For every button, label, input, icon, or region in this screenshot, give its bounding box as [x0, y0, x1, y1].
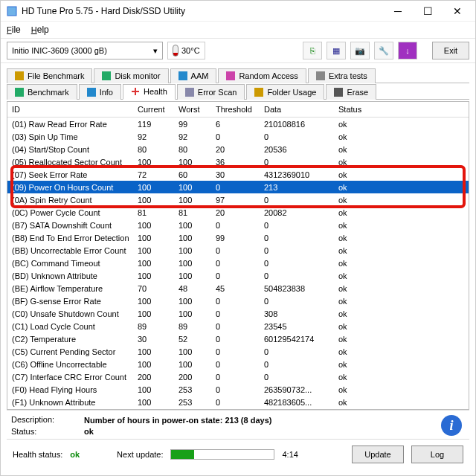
- table-row[interactable]: (BF) G-sense Error Rate10010000ok: [7, 295, 469, 307]
- cell: 92: [138, 132, 178, 141]
- table-row[interactable]: (09) Power On Hours Count1001000213ok: [7, 181, 469, 193]
- table-row[interactable]: (C1) Load Cycle Count8989023545ok: [7, 320, 469, 332]
- table-row[interactable]: (F1) Unknown Attribute1002530482183605..…: [7, 396, 469, 408]
- tab-info[interactable]: Info: [79, 84, 121, 100]
- cell: 100: [138, 271, 178, 280]
- cell: 100: [138, 309, 178, 318]
- cell: 100: [178, 246, 216, 255]
- col-id[interactable]: ID: [7, 105, 138, 114]
- cell: 0: [216, 373, 264, 382]
- cell: 200: [178, 373, 216, 382]
- settings-button[interactable]: 🔧: [374, 42, 393, 60]
- table-row[interactable]: (BB) Uncorrectable Error Count10010000ok: [7, 244, 469, 257]
- copy-button[interactable]: ⎘: [303, 42, 322, 60]
- grid-body[interactable]: (01) Raw Read Error Rate119996210108816o…: [7, 118, 469, 409]
- table-row[interactable]: (04) Start/Stop Count80802020536ok: [7, 143, 469, 155]
- tab-label: Info: [100, 88, 113, 97]
- table-row[interactable]: (C0) Unsafe Shutdown Count1001000308ok: [7, 307, 469, 320]
- table-row[interactable]: (B7) SATA Downshift Count10010000ok: [7, 219, 469, 231]
- tab-health[interactable]: Health: [123, 84, 176, 100]
- table-row[interactable]: (BE) Airflow Temperature704845504823838o…: [7, 282, 469, 295]
- maximize-button[interactable]: ☐: [413, 1, 443, 22]
- tab-label: Disk monitor: [115, 71, 160, 80]
- tab-aam[interactable]: AAM: [170, 68, 217, 83]
- tab-error-scan[interactable]: Error Scan: [177, 84, 245, 100]
- cell: (07) Seek Error Rate: [7, 170, 138, 179]
- table-row[interactable]: (03) Spin Up Time929200ok: [7, 130, 469, 143]
- tab-folder-usage[interactable]: Folder Usage: [246, 84, 324, 100]
- tab-label: Folder Usage: [267, 88, 316, 97]
- info-icon[interactable]: i: [441, 415, 462, 436]
- tab-disk-monitor[interactable]: Disk monitor: [94, 68, 168, 83]
- menu-help[interactable]: Help: [31, 25, 49, 35]
- col-threshold[interactable]: Threshold: [216, 105, 264, 114]
- camera-button[interactable]: 📷: [350, 42, 370, 60]
- minimize-button[interactable]: ─: [383, 1, 413, 22]
- random-access-icon: [226, 71, 235, 80]
- update-button[interactable]: Update: [352, 446, 404, 463]
- tabs: File BenchmarkDisk monitorAAMRandom Acce…: [1, 63, 475, 101]
- cell: 20082: [264, 208, 338, 217]
- cell: 0: [216, 259, 264, 268]
- camera-icon: 📷: [355, 46, 365, 56]
- error-scan-icon: [185, 88, 194, 97]
- cell: ok: [338, 309, 383, 318]
- cell: 89: [178, 322, 216, 331]
- cell: (0A) Spin Retry Count: [7, 196, 138, 205]
- tab-benchmark[interactable]: Benchmark: [7, 84, 77, 100]
- cell: 0: [216, 132, 264, 141]
- close-button[interactable]: ✕: [443, 1, 472, 22]
- window-title: HD Tune Pro 5.75 - Hard Disk/SSD Utility: [22, 6, 383, 16]
- table-row[interactable]: (C7) Interface CRC Error Count20020000ok: [7, 370, 469, 383]
- cell: (BD) Unknown Attribute: [7, 271, 138, 280]
- cell: 100: [178, 196, 216, 205]
- drive-select[interactable]: Initio INIC-3609 (3000 gB) ▾: [7, 42, 163, 60]
- cell: ok: [338, 360, 383, 369]
- tab-label: File Benchmark: [28, 71, 84, 80]
- table-row[interactable]: (0A) Spin Retry Count100100970ok: [7, 193, 469, 206]
- cell: ok: [338, 145, 383, 154]
- table-row[interactable]: (01) Raw Read Error Rate119996210108816o…: [7, 118, 469, 130]
- cell: (05) Reallocated Sector Count: [7, 158, 138, 167]
- col-worst[interactable]: Worst: [178, 105, 216, 114]
- tab-label: Random Access: [239, 71, 298, 80]
- screenshot-button[interactable]: ▦: [327, 42, 346, 60]
- col-status[interactable]: Status: [338, 105, 383, 114]
- disk-monitor-icon: [102, 71, 111, 80]
- cell: 45: [216, 284, 264, 293]
- tab-label: Error Scan: [198, 88, 237, 97]
- cell: 30: [138, 335, 178, 344]
- table-row[interactable]: (0C) Power Cycle Count81812020082ok: [7, 206, 469, 219]
- cell: 100: [178, 297, 216, 306]
- cell: 36: [216, 158, 264, 167]
- table-row[interactable]: (B8) End To End Error Detection100100990…: [7, 231, 469, 244]
- cell: ok: [338, 208, 383, 217]
- table-row[interactable]: (05) Reallocated Sector Count100100360ok: [7, 155, 469, 168]
- cell: 97: [216, 196, 264, 205]
- table-row[interactable]: (C2) Temperature3052060129542174ok: [7, 332, 469, 345]
- log-button[interactable]: Log: [411, 446, 463, 463]
- cell: 0: [264, 271, 338, 280]
- exit-button[interactable]: Exit: [432, 42, 469, 60]
- cell: 99: [216, 234, 264, 242]
- col-data[interactable]: Data: [264, 105, 338, 114]
- table-row[interactable]: (BC) Command Timeout10010000ok: [7, 257, 469, 269]
- table-row[interactable]: (BD) Unknown Attribute10010000ok: [7, 269, 469, 282]
- table-row[interactable]: (F0) Head Flying Hours1002530263590732..…: [7, 383, 469, 396]
- table-row[interactable]: (C6) Offline Uncorrectable10010000ok: [7, 358, 469, 370]
- tab-extra-tests[interactable]: Extra tests: [308, 68, 376, 83]
- col-current[interactable]: Current: [138, 105, 178, 114]
- cell: 0: [216, 221, 264, 230]
- table-row[interactable]: (C5) Current Pending Sector10010000ok: [7, 345, 469, 358]
- benchmark-icon: [15, 88, 24, 97]
- table-row[interactable]: (F2) Unknown Attribute1002530738513985..…: [7, 408, 469, 409]
- tab-file-benchmark[interactable]: File Benchmark: [7, 68, 92, 83]
- table-row[interactable]: (07) Seek Error Rate7260304312369010ok: [7, 168, 469, 181]
- menu-file[interactable]: File: [7, 25, 21, 35]
- tab-erase[interactable]: Erase: [326, 84, 376, 100]
- cell: ok: [338, 373, 383, 382]
- cell: 0: [264, 259, 338, 268]
- tab-random-access[interactable]: Random Access: [218, 68, 306, 83]
- save-button[interactable]: ↓: [398, 42, 417, 60]
- progress-bar: [170, 449, 274, 460]
